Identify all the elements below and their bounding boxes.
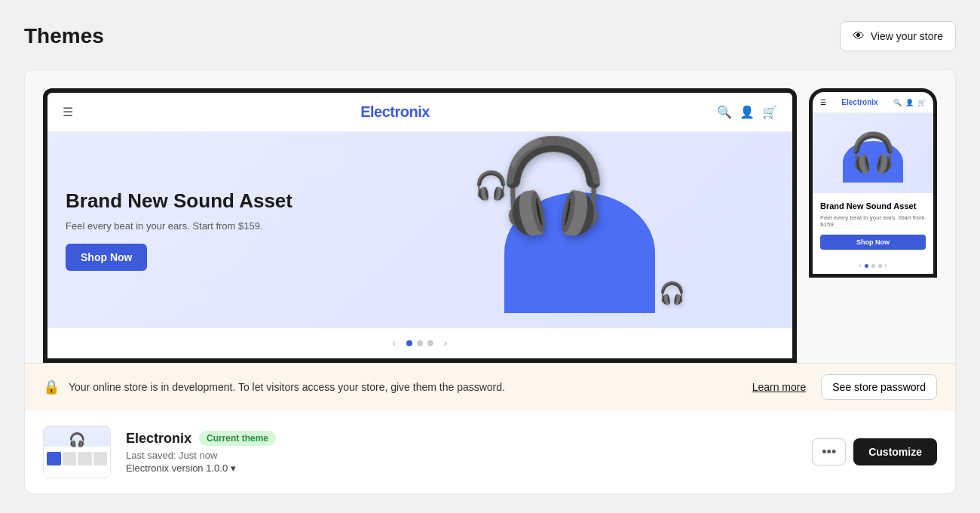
mobile-carousel-next[interactable]: › [885,262,887,269]
carousel-prev[interactable]: ‹ [387,336,402,351]
hero-text: Brand New Sound Asset Feel every beat in… [66,189,420,271]
mobile-dot-1[interactable] [865,264,868,268]
mobile-search-icon: 🔍 [893,99,902,106]
carousel-next[interactable]: › [438,336,453,351]
theme-info: Electronix Current theme Last saved: Jus… [126,431,797,474]
password-bar: 🔒 Your online store is in development. T… [25,363,955,410]
mobile-dot-3[interactable] [878,264,882,268]
thumb-bottom [47,452,107,465]
theme-last-saved: Last saved: Just now [126,450,797,461]
mobile-inner: ☰ Electronix 🔍 👤 🛒 🎧 [813,92,933,274]
mobile-hero-img: 🎧 [820,122,926,183]
desktop-nav-icons: 🔍 👤 🛒 [717,105,777,119]
thumb-box-1 [47,452,61,465]
carousel-dots: ‹ › [47,328,792,358]
mobile-subtitle: Feel every beat in your ears. Start from… [820,214,926,228]
thumb-box-4 [93,452,108,465]
current-theme-badge: Current theme [199,431,276,446]
thumb-headphone-icon: 🎧 [69,432,85,448]
main-card: ☰ Electronix 🔍 👤 🛒 Brand New Sound Asset… [24,69,956,494]
mobile-navbar: ☰ Electronix 🔍 👤 🛒 [813,92,933,113]
thumb-top: 🎧 [47,429,107,450]
customize-button[interactable]: Customize [853,438,937,465]
hero-title: Brand New Sound Asset [66,189,420,213]
carousel-dot-2[interactable] [417,340,423,346]
mobile-mockup: ☰ Electronix 🔍 👤 🛒 🎧 [809,88,937,278]
view-store-button[interactable]: 👁 View your store [840,21,956,51]
hamburger-icon: ☰ [63,105,73,119]
mobile-dot-2[interactable] [871,264,875,268]
shop-now-button[interactable]: Shop Now [66,244,147,271]
password-message: Your online store is in development. To … [69,381,743,393]
carousel-dot-1[interactable] [406,340,412,346]
theme-version-text: Electronix version 1.0.0 [126,462,228,474]
thumb-box-3 [78,452,92,465]
eye-icon: 👁 [853,29,865,43]
thumb-box-2 [63,452,77,465]
lock-icon: 🔒 [43,379,60,395]
mobile-carousel-dots: ‹ › [813,257,933,274]
hero-visual: 🎧 🎧 🎧 [383,132,792,328]
theme-preview-section: ☰ Electronix 🔍 👤 🛒 Brand New Sound Asset… [25,70,955,363]
theme-name-row: Electronix Current theme [126,431,797,447]
user-icon: 👤 [740,105,755,119]
headphone-visual: 🎧 🎧 🎧 [482,140,693,321]
headphone-small1-icon: 🎧 [474,170,508,201]
page-header: Themes 👁 View your store [24,21,956,51]
mobile-user-icon: 👤 [905,99,914,106]
learn-more-link[interactable]: Learn more [752,381,807,393]
mobile-logo: Electronix [841,98,877,106]
desktop-navbar: ☰ Electronix 🔍 👤 🛒 [47,93,792,132]
desktop-hero: Brand New Sound Asset Feel every beat in… [47,132,792,328]
mobile-cart-icon: 🛒 [917,99,926,106]
desktop-mockup: ☰ Electronix 🔍 👤 🛒 Brand New Sound Asset… [43,88,797,363]
desktop-logo: Electronix [360,103,430,121]
mobile-hamburger-icon: ☰ [820,99,826,106]
theme-info-section: 🎧 Electronix Current theme Last saved [25,410,955,493]
mobile-hero: 🎧 [813,113,933,193]
desktop-mockup-inner: ☰ Electronix 🔍 👤 🛒 Brand New Sound Asset… [47,93,792,358]
mobile-title: Brand New Sound Asset [820,201,926,211]
search-icon: 🔍 [717,105,732,119]
chevron-down-icon: ▾ [231,462,236,474]
theme-name: Electronix [126,431,191,447]
cart-icon: 🛒 [762,105,777,119]
theme-version-row[interactable]: Electronix version 1.0.0 ▾ [126,462,797,474]
carousel-dot-3[interactable] [427,340,433,346]
page-title: Themes [24,24,104,48]
theme-actions: ••• Customize [812,438,937,465]
thumbnail-preview: 🎧 [44,426,110,478]
mobile-headphone-icon: 🎧 [850,131,896,174]
hero-subtitle: Feel every beat in your ears. Start from… [66,220,420,232]
mobile-shop-now-button[interactable]: Shop Now [820,235,926,250]
mobile-nav-icons: 🔍 👤 🛒 [893,99,926,106]
mobile-carousel-prev[interactable]: ‹ [859,262,862,269]
headphone-small2-icon: 🎧 [659,281,685,306]
see-password-button[interactable]: See store password [821,374,937,400]
theme-thumbnail: 🎧 [43,425,111,478]
more-options-button[interactable]: ••• [812,438,846,465]
mobile-hero-content: Brand New Sound Asset Feel every beat in… [813,193,933,257]
headphone-main-icon: 🎧 [497,140,610,230]
